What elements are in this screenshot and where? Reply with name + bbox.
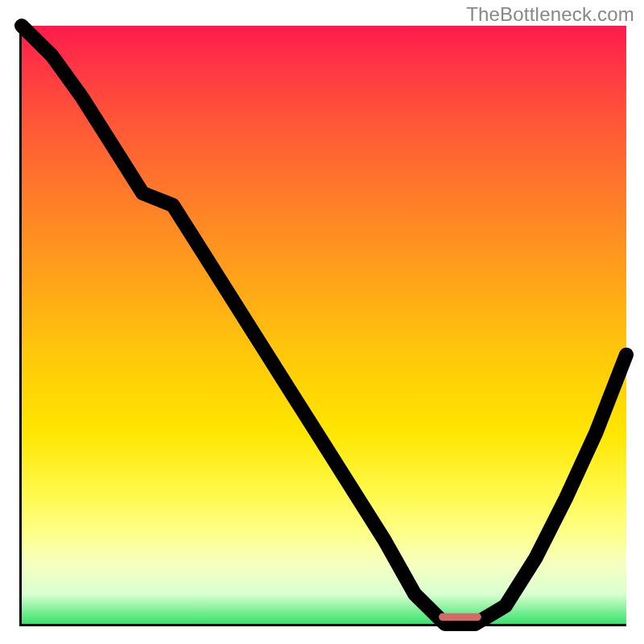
- watermark-text: TheBottleneck.com: [466, 3, 634, 26]
- curve-layer: [22, 26, 626, 624]
- optimal-range-marker: [439, 613, 481, 621]
- bottleneck-curve: [22, 26, 626, 624]
- plot-area: [19, 26, 626, 626]
- chart-container: { "watermark": "TheBottleneck.com", "col…: [0, 0, 644, 644]
